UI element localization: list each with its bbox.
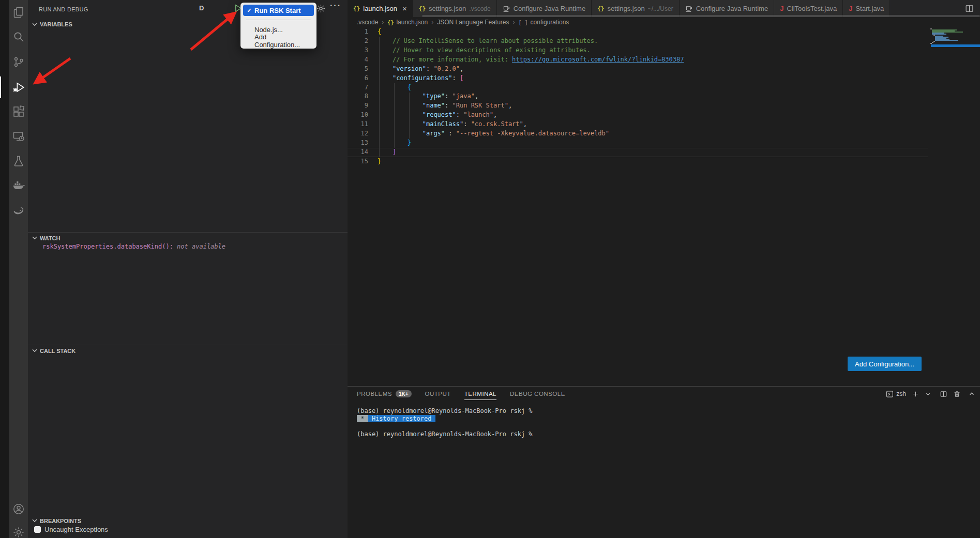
activity-bar-item-testing[interactable]	[9, 151, 28, 172]
breadcrumb-item-launch-json[interactable]: {}launch.json	[387, 19, 428, 26]
token	[378, 37, 393, 44]
section-label: BREAKPOINTS	[40, 518, 81, 524]
breadcrumb-label: launch.json	[396, 19, 428, 26]
line-number[interactable]: 15	[348, 157, 368, 166]
close-tab-icon[interactable]: ×	[402, 4, 407, 13]
activity-bar-item-gradle[interactable]	[9, 200, 28, 221]
menu-item-add-configuration[interactable]: Add Configuration...	[243, 35, 314, 47]
code-line-12[interactable]: 12 "args" : "--regtest -Xkeyvalue.dataso…	[348, 129, 928, 139]
line-number[interactable]: 2	[348, 37, 368, 46]
activity-bar-item-extensions[interactable]	[9, 101, 28, 122]
panel-tab-problems[interactable]: PROBLEMS1K+	[357, 387, 412, 401]
token: "co.rsk.Start"	[471, 120, 523, 128]
token: "name"	[423, 102, 445, 109]
token: "type"	[423, 93, 445, 100]
menu-item-label: Node.js...	[254, 26, 283, 34]
activity-bar-item-search[interactable]	[9, 26, 28, 47]
launch-profile-chevron-icon[interactable]	[925, 391, 931, 397]
line-number[interactable]: 5	[348, 65, 368, 74]
token: "mainClass"	[423, 120, 463, 128]
breakpoint-uncaught-exceptions[interactable]: Uncaught Exceptions	[34, 526, 108, 533]
tab-bar-scrollbar[interactable]	[422, 15, 980, 17]
panel-tab-output[interactable]: OUTPUT	[425, 387, 451, 401]
activity-bar-item-remote-explorer[interactable]	[9, 126, 28, 147]
debug-settings-gear-icon[interactable]	[316, 4, 326, 16]
code-line-10[interactable]: 10 "request": "launch",	[348, 111, 928, 120]
breadcrumb-item-json-language-features[interactable]: JSON Language Features	[437, 19, 509, 26]
code-line-14[interactable]: 14 ]	[348, 148, 928, 157]
code-line-6[interactable]: 6 "configurations": [	[348, 74, 928, 83]
code-line-8[interactable]: 8 "type": "java",	[348, 92, 928, 101]
add-configuration-button[interactable]: Add Configuration...	[848, 357, 922, 371]
panel-tab-debug-console[interactable]: DEBUG CONSOLE	[510, 387, 565, 401]
terminal-text: (base) reynoldmorel@Reynolds-MacBook-Pro…	[357, 431, 533, 438]
more-actions-icon[interactable]: ···	[330, 1, 341, 10]
new-terminal-icon[interactable]	[912, 390, 919, 398]
code-line-5[interactable]: 5 "version": "0.2.0",	[348, 65, 928, 74]
token	[378, 93, 423, 100]
line-number[interactable]: 7	[348, 83, 368, 93]
code-line-4[interactable]: 4 // For more information, visit: https:…	[348, 55, 928, 65]
section-call-stack[interactable]: CALL STACK	[28, 345, 348, 356]
terminal-text: (base) reynoldmorel@Reynolds-MacBook-Pro…	[357, 407, 533, 414]
tab-label: settings.json	[429, 5, 466, 12]
breadcrumb-item-configurations[interactable]: [ ]configurations	[519, 19, 569, 26]
checkbox[interactable]	[34, 526, 41, 533]
line-number[interactable]: 4	[348, 55, 368, 65]
code-editor[interactable]: 1{2 // Use IntelliSense to learn about p…	[348, 27, 980, 386]
token	[378, 84, 408, 91]
line-number[interactable]: 1	[348, 27, 368, 37]
line-number[interactable]: 10	[348, 111, 368, 120]
activity-bar-item-explorer[interactable]	[9, 2, 28, 23]
sidebar-run-and-debug: RUN AND DEBUG D ··· VARIABLES WATCH rskS…	[28, 0, 348, 538]
code-line-11[interactable]: 11 "mainClass": "co.rsk.Start",	[348, 120, 928, 129]
code-line-13[interactable]: 13 }	[348, 139, 928, 148]
section-watch[interactable]: WATCH	[28, 232, 348, 243]
line-number[interactable]: 8	[348, 92, 368, 101]
terminal-shell-selector[interactable]: zsh	[886, 390, 906, 398]
section-label: CALL STACK	[40, 348, 76, 354]
line-number[interactable]: 14	[348, 148, 368, 157]
line-number[interactable]: 12	[348, 129, 368, 139]
token: }	[408, 139, 411, 146]
line-number[interactable]: 11	[348, 120, 368, 129]
kill-terminal-trash-icon[interactable]	[953, 390, 961, 398]
breadcrumb-item--vscode[interactable]: .vscode	[357, 19, 378, 26]
activity-bar-item-account[interactable]	[9, 499, 28, 519]
extensions-icon	[12, 105, 25, 118]
activity-bar-item-settings[interactable]	[9, 522, 28, 538]
token: :	[445, 93, 452, 100]
token: "launch"	[463, 111, 493, 118]
watch-expression[interactable]: rskSystemProperties.databaseKind(): not …	[42, 243, 225, 250]
editor-tab-launch-json[interactable]: {}launch.json×	[348, 0, 413, 17]
line-number[interactable]: 9	[348, 101, 368, 111]
breadcrumb-label: .vscode	[357, 19, 378, 26]
problems-count-badge: 1K+	[396, 390, 412, 397]
activity-bar-item-run-and-debug[interactable]	[9, 77, 28, 98]
line-number[interactable]: 13	[348, 139, 368, 148]
section-breakpoints[interactable]: BREAKPOINTS	[28, 515, 348, 526]
code-line-2[interactable]: 2 // Use IntelliSense to learn about pos…	[348, 37, 928, 46]
minimap-current-line-highlight	[931, 44, 980, 47]
token	[378, 56, 393, 63]
tab-label: launch.json	[363, 5, 397, 12]
line-number[interactable]: 3	[348, 46, 368, 55]
activity-bar-item-docker[interactable]	[9, 175, 28, 196]
panel-tab-terminal[interactable]: TERMINAL	[464, 387, 496, 401]
tab-label: Start.java	[855, 5, 884, 12]
indent-guide	[409, 93, 410, 139]
maximize-panel-chevron-icon[interactable]	[969, 391, 975, 397]
code-line-15[interactable]: 15}	[348, 157, 928, 166]
line-number[interactable]: 6	[348, 74, 368, 83]
code-line-7[interactable]: 7 {	[348, 83, 928, 93]
code-line-9[interactable]: 9 "name": "Run RSK Start",	[348, 101, 928, 111]
minimap[interactable]	[930, 27, 980, 84]
section-label: WATCH	[40, 235, 61, 241]
code-line-3[interactable]: 3 // Hover to view descriptions of exist…	[348, 46, 928, 55]
code-line-1[interactable]: 1{	[348, 27, 928, 37]
breadcrumb-separator: ›	[382, 19, 384, 26]
menu-item-run-rsk-start[interactable]: ✓Run RSK Start	[243, 5, 314, 16]
split-terminal-icon[interactable]	[940, 390, 947, 398]
activity-bar-item-source-control[interactable]	[9, 52, 28, 72]
terminal-output[interactable]: (base) reynoldmorel@Reynolds-MacBook-Pro…	[357, 407, 970, 438]
